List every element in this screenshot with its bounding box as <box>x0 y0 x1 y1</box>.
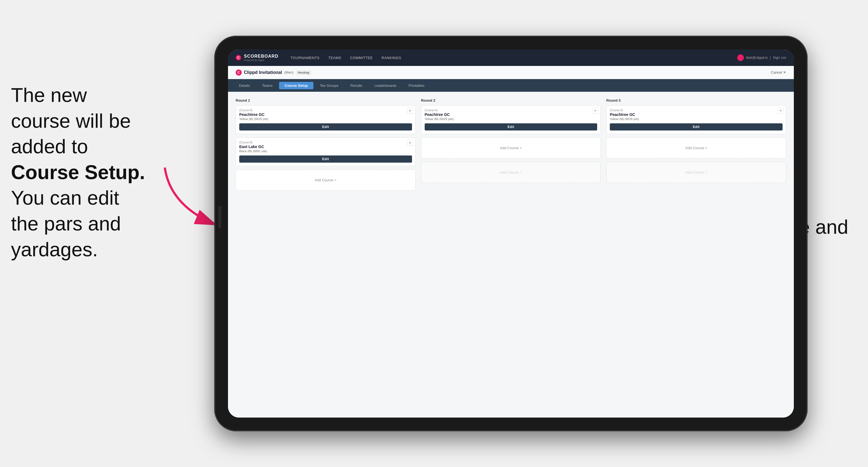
round-3-course-a-delete[interactable]: ✕ <box>778 108 784 114</box>
user-email: blair@clippd.io <box>746 56 768 60</box>
round-1-course-b-edit-button[interactable]: Edit <box>239 155 412 163</box>
round-1-course-a-card: ✕ (Course A) Peachtree GC Yellow (M) (66… <box>236 105 415 134</box>
nav-rankings[interactable]: RANKINGS <box>381 56 401 60</box>
annotation-line6: yardages. <box>11 239 98 260</box>
round-1-course-b-delete[interactable]: ✕ <box>407 140 413 146</box>
round-3-course-a-edit-button[interactable]: Edit <box>610 123 782 130</box>
navigation-bar: C SCOREBOARD Powered by clippd TOURNAMEN… <box>228 50 794 66</box>
tournament-title: Clippd Invitational <box>244 70 282 75</box>
tournament-gender: (Men) <box>284 70 293 74</box>
tab-course-setup[interactable]: Course Setup <box>279 82 313 89</box>
sign-out-link[interactable]: Sign out <box>773 56 786 60</box>
round-2-course-a-details: Yellow (M) (6629 yds) <box>425 117 597 121</box>
round-1-course-a-edit-button[interactable]: Edit <box>239 123 412 130</box>
annotation-left: The new course will be added to Course S… <box>11 83 176 262</box>
annotation-line5: the pars and <box>11 213 121 235</box>
sub-header: C Clippd Invitational (Men) Hosting Canc… <box>228 66 794 79</box>
nav-committee[interactable]: COMMITTEE <box>350 56 373 60</box>
round-2-course-a-card: ✕ (Course A) Peachtree GC Yellow (M) (66… <box>421 105 601 134</box>
tabs-bar: Details Teams Course Setup Tee Groups Re… <box>228 79 794 92</box>
cancel-icon: ✕ <box>783 70 786 74</box>
round-1-course-b-details: Black (M) (6891 yds) <box>239 150 412 153</box>
round-3-add-course-disabled: Add Course + <box>606 162 786 183</box>
tablet-screen: C SCOREBOARD Powered by clippd TOURNAMEN… <box>228 50 794 417</box>
nav-teams[interactable]: TEAMS <box>328 56 341 60</box>
tablet-side-button <box>218 206 221 228</box>
hosting-badge: Hosting <box>296 70 311 75</box>
round-1-add-course-button[interactable]: Add Course + <box>236 169 415 191</box>
round-1-column: Round 1 ✕ (Course A) Peachtree GC Yellow… <box>236 98 415 194</box>
tournament-name-area: C Clippd Invitational (Men) Hosting <box>236 69 311 75</box>
round-1-course-a-name: Peachtree GC <box>239 112 412 117</box>
tablet-shell: C SCOREBOARD Powered by clippd TOURNAMEN… <box>214 36 808 431</box>
round-1-course-b-name: East Lake GC <box>239 145 412 149</box>
round-2-add-course-button[interactable]: Add Course + <box>421 137 601 158</box>
cancel-button[interactable]: Cancel ✕ <box>771 70 786 74</box>
nav-separator: | <box>770 56 771 60</box>
round-3-add-course-label: Add Course + <box>685 146 707 150</box>
logo-title: SCOREBOARD <box>244 54 279 59</box>
tab-teams[interactable]: Teams <box>256 82 278 89</box>
round-2-add-course-label: Add Course + <box>500 146 522 150</box>
round-2-column: Round 2 ✕ (Course A) Peachtree GC Yellow… <box>421 98 601 194</box>
round-3-course-a-name: Peachtree GC <box>610 112 782 117</box>
round-1-course-a-label: (Course A) <box>239 109 412 112</box>
annotation-line1: The new <box>11 84 87 106</box>
round-2-course-a-edit-button[interactable]: Edit <box>425 123 597 130</box>
tab-leaderboards[interactable]: Leaderboards <box>369 82 402 89</box>
round-1-course-b-card: ✕ (Course B) East Lake GC Black (M) (689… <box>236 137 415 166</box>
nav-tournaments[interactable]: TOURNAMENTS <box>290 56 320 60</box>
logo-subtitle: Powered by clippd <box>244 59 279 62</box>
round-1-course-a-delete[interactable]: ✕ <box>407 108 413 114</box>
annotation-bold: Course Setup. <box>11 161 145 183</box>
round-3-course-a-label: (Course A) <box>610 109 782 112</box>
annotation-line4: You can edit <box>11 187 119 209</box>
rounds-grid: Round 1 ✕ (Course A) Peachtree GC Yellow… <box>236 98 786 194</box>
round-3-label: Round 3 <box>606 98 786 102</box>
cancel-label: Cancel <box>771 70 782 74</box>
round-2-label: Round 2 <box>421 98 601 102</box>
tab-tee-groups[interactable]: Tee Groups <box>314 82 344 89</box>
round-3-course-a-details: Yellow (M) (6629 yds) <box>610 117 782 121</box>
nav-user-area: blair@clippd.io | Sign out <box>737 54 786 61</box>
round-2-course-a-delete[interactable]: ✕ <box>592 108 598 114</box>
round-1-course-a-details: Yellow (M) (6629 yds) <box>239 117 412 121</box>
round-2-course-a-label: (Course A) <box>425 109 597 112</box>
round-2-add-course-disabled: Add Course + <box>421 162 601 183</box>
round-2-course-a-name: Peachtree GC <box>425 112 597 117</box>
round-3-add-course-button[interactable]: Add Course + <box>606 137 786 158</box>
round-3-column: Round 3 ✕ (Course A) Peachtree GC Yellow… <box>606 98 786 194</box>
round-2-add-course-disabled-label: Add Course + <box>500 170 522 175</box>
user-avatar <box>737 54 744 61</box>
round-1-add-course-label: Add Course + <box>314 178 337 182</box>
annotation-line3: added to <box>11 135 88 157</box>
scoreboard-logo: C SCOREBOARD Powered by clippd <box>236 54 279 62</box>
tab-details[interactable]: Details <box>234 82 255 89</box>
round-3-add-course-disabled-label: Add Course + <box>685 170 707 175</box>
round-3-course-a-card: ✕ (Course A) Peachtree GC Yellow (M) (66… <box>606 105 786 134</box>
logo-c-icon: C <box>236 55 241 60</box>
tab-printables[interactable]: Printables <box>403 82 430 89</box>
round-1-label: Round 1 <box>236 98 415 102</box>
round-1-course-b-label: (Course B) <box>239 141 412 144</box>
tournament-logo: C <box>236 69 242 75</box>
main-content: Round 1 ✕ (Course A) Peachtree GC Yellow… <box>228 92 794 417</box>
annotation-line2: course will be <box>11 110 131 132</box>
tab-results[interactable]: Results <box>345 82 368 89</box>
